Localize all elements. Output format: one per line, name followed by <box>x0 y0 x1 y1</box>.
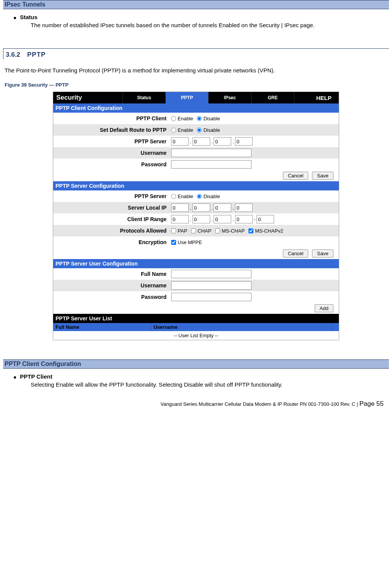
server-local-ip-0[interactable] <box>171 203 189 212</box>
range-ip-0[interactable] <box>171 215 189 223</box>
label-pptp-client: PPTP Client <box>53 115 171 121</box>
radio-route-enable[interactable] <box>171 128 176 133</box>
bullet-title-status: Status <box>20 14 38 20</box>
col-end <box>332 323 339 331</box>
label-pptp-server: PPTP Server <box>53 193 171 199</box>
bullet-body-status: The number of established IPsec tunnels … <box>14 21 389 29</box>
col-fullname: Full Name <box>53 323 151 331</box>
user-list-empty: -- User List Empty -- <box>53 331 339 340</box>
label-default-route: Set Default Route to PPTP <box>53 127 171 133</box>
radio-server-disable[interactable] <box>197 194 202 199</box>
section-heading-ipsec-tunnels: IPsec Tunnels <box>3 0 389 9</box>
server-save-button[interactable]: Save <box>312 249 333 258</box>
client-cancel-button[interactable]: Cancel <box>283 172 308 180</box>
label-protocols-allowed: Protocols Allowed <box>53 228 171 234</box>
label-client-password: Password <box>53 161 171 167</box>
client-server-ip-1[interactable] <box>193 137 210 146</box>
figure-caption: Figure 39 Security — PPTP <box>3 74 389 90</box>
client-save-button[interactable]: Save <box>312 172 333 180</box>
server-local-ip-2[interactable] <box>214 203 231 212</box>
tab-help[interactable]: HELP <box>294 92 339 103</box>
client-server-ip-2[interactable] <box>214 137 231 146</box>
tab-bar: Security Status PPTP IPsec GRE HELP <box>53 92 339 103</box>
server-local-ip-1[interactable] <box>193 203 210 212</box>
label-server-local-ip: Server Local IP <box>53 205 171 211</box>
client-password-input[interactable] <box>171 160 252 169</box>
user-add-button[interactable]: Add <box>315 304 333 312</box>
check-mschapv2[interactable] <box>248 228 253 233</box>
user-list-title: PPTP Server User List <box>53 314 339 323</box>
radio-route-disable[interactable] <box>197 128 202 133</box>
bullet-icon <box>14 376 16 379</box>
label-encryption: Encryption <box>53 239 171 245</box>
user-password-input[interactable] <box>171 293 252 301</box>
bullet-icon <box>14 17 16 19</box>
user-username-input[interactable] <box>171 281 252 290</box>
range-ip-3[interactable] <box>235 215 253 223</box>
radio-client-enable[interactable] <box>171 116 176 121</box>
label-fullname: Full Name <box>53 271 171 277</box>
tab-gre[interactable]: GRE <box>252 92 294 103</box>
label-user-password: Password <box>53 294 171 300</box>
check-mppe[interactable] <box>171 240 176 245</box>
header-server-config: PPTP Server Configuration <box>53 181 339 190</box>
label-pptp-server-ip: PPTP Server <box>53 138 171 144</box>
label-user-username: Username <box>53 282 171 289</box>
user-fullname-input[interactable] <box>171 270 252 278</box>
check-mschap[interactable] <box>215 228 220 233</box>
label-client-username: Username <box>53 150 171 156</box>
range-ip-1[interactable] <box>193 215 210 223</box>
header-user-config: PPTP Server User Configuration <box>53 259 339 268</box>
pptp-intro-paragraph: The Point-to-Point Tunneling Protocol (P… <box>3 59 389 74</box>
tab-ipsec[interactable]: IPsec <box>209 92 252 103</box>
tab-pptp[interactable]: PPTP <box>166 92 209 103</box>
radio-client-disable[interactable] <box>197 116 202 121</box>
bullet-title-pptp-client: PPTP Client <box>20 373 52 380</box>
radio-server-enable[interactable] <box>171 194 176 199</box>
user-list-header: Full Name Username <box>53 323 339 331</box>
client-server-ip-3[interactable] <box>235 137 253 146</box>
pptp-config-panel: Security Status PPTP IPsec GRE HELP PPTP… <box>53 92 339 340</box>
tab-status[interactable]: Status <box>123 92 166 103</box>
check-pap[interactable] <box>171 228 176 233</box>
header-client-config: PPTP Client Configuration <box>53 103 339 113</box>
client-username-input[interactable] <box>171 149 252 157</box>
subsection-heading-pptp: 3.6.2 PPTP <box>3 48 389 59</box>
range-ip-2[interactable] <box>214 215 231 223</box>
tab-security[interactable]: Security <box>53 92 123 103</box>
check-chap[interactable] <box>191 228 196 233</box>
server-cancel-button[interactable]: Cancel <box>283 249 308 258</box>
server-local-ip-3[interactable] <box>235 203 253 212</box>
label-client-ip-range: Client IP Range <box>53 216 171 222</box>
bullet-body-pptp-client: Selecting Enable will allow the PPTP fun… <box>14 381 389 389</box>
col-username: Username <box>151 323 332 331</box>
range-ip-4[interactable] <box>256 215 274 223</box>
page-footer: Vanguard Series Multicarrier Cellular Da… <box>3 389 389 411</box>
client-server-ip-0[interactable] <box>171 137 189 146</box>
section-heading-pptp-client-config: PPTP Client Configuration <box>3 359 389 369</box>
